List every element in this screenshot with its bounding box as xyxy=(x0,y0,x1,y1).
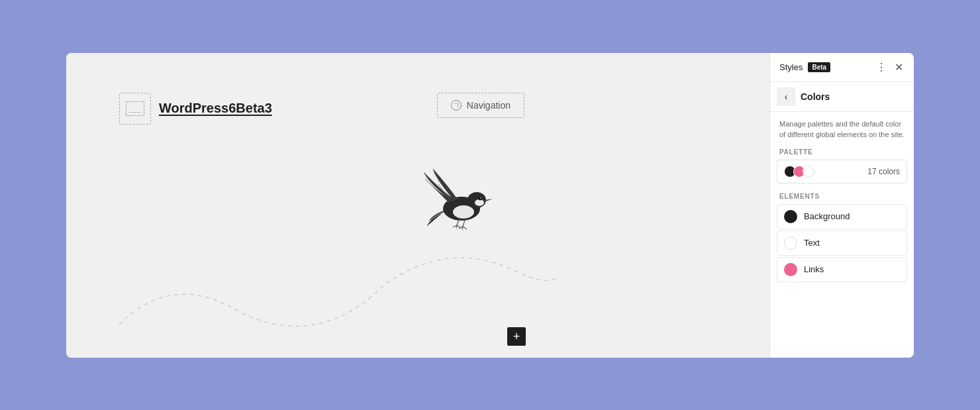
background-label: Background xyxy=(804,211,850,221)
panel-header-icons: ⋮ ✕ xyxy=(875,60,905,75)
background-color-dot xyxy=(784,210,797,223)
canvas-area: WordPress6Beta3 Navigation xyxy=(66,53,769,358)
site-header: WordPress6Beta3 xyxy=(119,93,272,125)
svg-line-10 xyxy=(463,220,465,227)
element-links[interactable]: Links xyxy=(777,257,907,282)
text-color-dot xyxy=(784,236,797,250)
panel-title-group: Styles Beta xyxy=(779,62,830,72)
more-options-button[interactable]: ⋮ xyxy=(875,60,888,75)
text-label: Text xyxy=(804,238,820,248)
site-title[interactable]: WordPress6Beta3 xyxy=(159,101,272,116)
navigation-label: Navigation xyxy=(467,100,511,111)
svg-point-1 xyxy=(453,205,474,219)
palette-row[interactable]: 17 colors xyxy=(777,160,907,183)
colors-heading: Colors xyxy=(801,91,830,102)
decorative-path xyxy=(106,219,569,351)
beta-badge: Beta xyxy=(808,62,830,72)
element-background[interactable]: Background xyxy=(777,204,907,229)
colors-nav-row: ‹ Colors xyxy=(770,82,914,112)
palette-count: 17 colors xyxy=(867,167,900,176)
elements-list: Background Text Links xyxy=(770,204,914,282)
palette-section-label: PALETTE xyxy=(770,146,914,160)
swatch-white xyxy=(803,166,814,178)
panel-header: Styles Beta ⋮ ✕ xyxy=(770,53,914,82)
nav-placeholder[interactable]: Navigation xyxy=(437,93,524,118)
svg-point-3 xyxy=(475,199,484,206)
elements-section-label: ELEMENTS xyxy=(770,190,914,204)
panel-title: Styles xyxy=(779,62,803,72)
palette-swatches xyxy=(784,166,812,178)
bird-illustration xyxy=(418,166,505,232)
navigation-icon xyxy=(451,100,462,111)
svg-point-5 xyxy=(480,197,481,199)
svg-point-4 xyxy=(479,197,482,200)
links-color-dot xyxy=(784,263,797,276)
site-logo-inner xyxy=(126,101,144,116)
svg-line-13 xyxy=(463,227,467,229)
colors-description: Manage palettes and the default color of… xyxy=(770,112,914,146)
close-panel-button[interactable]: ✕ xyxy=(893,60,905,75)
back-button[interactable]: ‹ xyxy=(777,87,795,106)
element-text[interactable]: Text xyxy=(777,231,907,256)
main-window: WordPress6Beta3 Navigation xyxy=(66,53,914,358)
site-logo-placeholder xyxy=(119,93,151,125)
add-block-button[interactable]: + xyxy=(507,327,526,346)
right-panel: Styles Beta ⋮ ✕ ‹ Colors Manage palettes… xyxy=(769,53,914,358)
links-label: Links xyxy=(804,264,824,274)
